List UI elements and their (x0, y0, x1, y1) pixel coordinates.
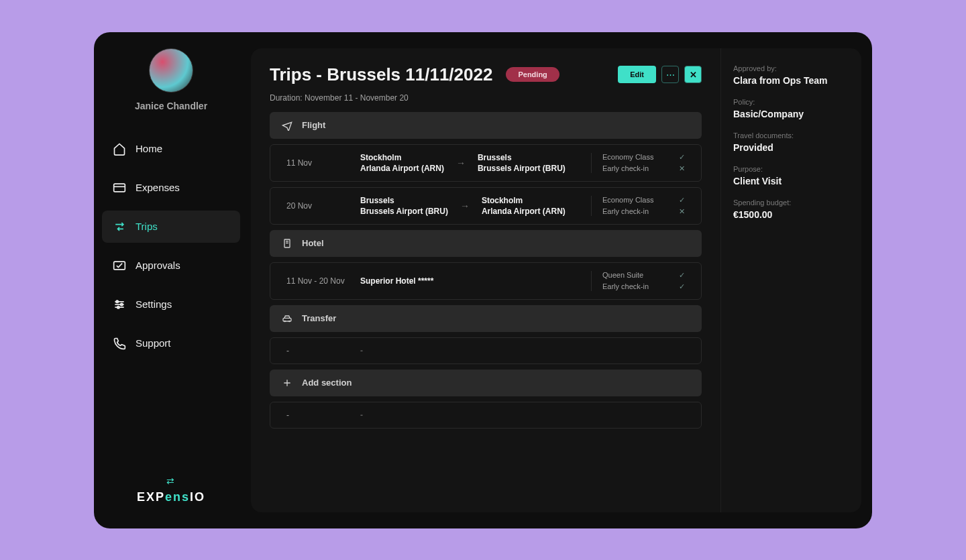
flight-row[interactable]: 20 Nov Brussels Brussels Airport (BRU) →… (270, 187, 702, 225)
svg-point-13 (284, 321, 285, 321)
check-icon: ✓ (679, 153, 685, 162)
x-icon: ✕ (679, 164, 685, 173)
sidebar-item-approvals[interactable]: Approvals (102, 249, 240, 282)
sidebar-item-label: Support (136, 337, 171, 349)
main-panel: Trips - Brussels 11/11/2022 Pending Edit… (251, 48, 861, 512)
hotel-dates: 11 Nov - 20 Nov (286, 276, 360, 286)
car-icon (280, 312, 294, 325)
section-header-label: Flight (302, 120, 325, 130)
approvals-icon (113, 259, 126, 272)
flight-tags: Economy Class✓ Early check-in✕ (591, 153, 685, 173)
flight-route: Brussels Brussels Airport (BRU) → Stockh… (360, 196, 591, 216)
status-badge: Pending (506, 67, 559, 82)
flight-from: Stockholm Arlanda Airport (ARN) (360, 153, 444, 173)
check-icon: ✓ (679, 196, 685, 205)
add-section-button[interactable]: Add section (270, 370, 702, 396)
airplane-icon (280, 119, 294, 132)
nav: Home Expenses Trips Approvals Settings S… (102, 133, 240, 475)
section-header-label: Hotel (302, 238, 324, 248)
logo-text: EXPensIO (137, 490, 205, 504)
hotel-row[interactable]: 11 Nov - 20 Nov Superior Hotel ***** Que… (270, 262, 702, 300)
section-header-transfer: Transfer (270, 305, 702, 332)
placeholder-name: - (360, 410, 363, 420)
sidebar: Janice Chandler Home Expenses Trips Appr… (94, 32, 248, 528)
section-header-label: Transfer (302, 313, 336, 323)
arrow-right-icon: → (456, 158, 466, 168)
info-policy: Policy: Basic/Company (733, 98, 849, 119)
hotel-tags: Queen Suite✓ Early check-in✓ (591, 271, 685, 291)
content: Trips - Brussels 11/11/2022 Pending Edit… (251, 48, 720, 512)
sidebar-item-label: Expenses (136, 182, 180, 193)
sidebar-item-trips[interactable]: Trips (102, 211, 240, 243)
settings-icon (113, 298, 126, 311)
placeholder-date: - (286, 410, 360, 420)
flight-row[interactable]: 11 Nov Stockholm Arlanda Airport (ARN) →… (270, 144, 702, 182)
more-icon: ⋯ (666, 70, 675, 80)
page-title: Trips - Brussels 11/11/2022 (270, 64, 492, 85)
placeholder-date: - (286, 346, 360, 355)
hotel-detail: Superior Hotel ***** (360, 276, 591, 286)
info-docs: Travel documents: Provided (733, 131, 849, 153)
duration-text: Duration: November 11 - November 20 (270, 93, 702, 103)
main-wrap: Trips - Brussels 11/11/2022 Pending Edit… (248, 32, 872, 528)
card-icon (113, 181, 126, 194)
logo: ⇄ EXPensIO (102, 475, 240, 512)
transfer-row[interactable]: - - (270, 337, 702, 364)
home-icon (113, 142, 126, 156)
x-icon: ✕ (679, 207, 685, 216)
close-icon: ✕ (690, 70, 697, 80)
flight-tags: Economy Class✓ Early check-in✕ (591, 196, 685, 216)
add-section-label: Add section (302, 378, 352, 388)
sidebar-item-label: Approvals (136, 260, 180, 271)
header-actions: Edit ⋯ ✕ (618, 66, 702, 83)
arrow-right-icon: → (460, 201, 470, 211)
info-approved: Approved by: Clara from Ops Team (733, 64, 849, 86)
info-panel: Approved by: Clara from Ops Team Policy:… (720, 48, 861, 512)
section-header-hotel: Hotel (270, 230, 702, 257)
sidebar-item-settings[interactable]: Settings (102, 288, 240, 321)
avatar[interactable] (149, 48, 193, 93)
flight-to: Stockholm Arlanda Airport (ARN) (482, 196, 566, 216)
placeholder-name: - (360, 346, 363, 355)
flight-date: 11 Nov (286, 158, 360, 168)
plus-icon (280, 376, 294, 390)
edit-button[interactable]: Edit (618, 66, 656, 83)
flight-route: Stockholm Arlanda Airport (ARN) → Brusse… (360, 153, 591, 173)
more-button[interactable]: ⋯ (661, 66, 679, 83)
sidebar-item-label: Settings (136, 298, 172, 310)
logo-mark-icon: ⇄ (166, 475, 176, 486)
flight-date: 20 Nov (286, 201, 360, 211)
svg-rect-0 (114, 184, 125, 192)
flight-from: Brussels Brussels Airport (BRU) (360, 196, 448, 216)
sidebar-item-support[interactable]: Support (102, 327, 240, 359)
sidebar-item-label: Home (136, 143, 162, 154)
phone-icon (113, 337, 126, 350)
app-window: Janice Chandler Home Expenses Trips Appr… (94, 32, 872, 528)
svg-point-14 (289, 321, 290, 321)
trips-icon (113, 220, 126, 233)
username: Janice Chandler (135, 101, 207, 111)
sidebar-item-home[interactable]: Home (102, 133, 240, 165)
sidebar-item-expenses[interactable]: Expenses (102, 172, 240, 204)
profile-block: Janice Chandler (102, 48, 240, 111)
check-icon: ✓ (679, 282, 685, 291)
check-icon: ✓ (679, 271, 685, 280)
flight-to: Brussels Brussels Airport (BRU) (478, 153, 566, 173)
sidebar-item-label: Trips (136, 221, 158, 232)
close-button[interactable]: ✕ (684, 66, 702, 83)
section-header-flight: Flight (270, 112, 702, 139)
empty-row[interactable]: - - (270, 402, 702, 429)
info-purpose: Purpose: Client Visit (733, 165, 849, 186)
hotel-icon (280, 237, 294, 250)
hotel-name: Superior Hotel ***** (360, 276, 433, 286)
info-budget: Spending budget: €1500.00 (733, 199, 849, 220)
page-header: Trips - Brussels 11/11/2022 Pending Edit… (270, 64, 702, 85)
